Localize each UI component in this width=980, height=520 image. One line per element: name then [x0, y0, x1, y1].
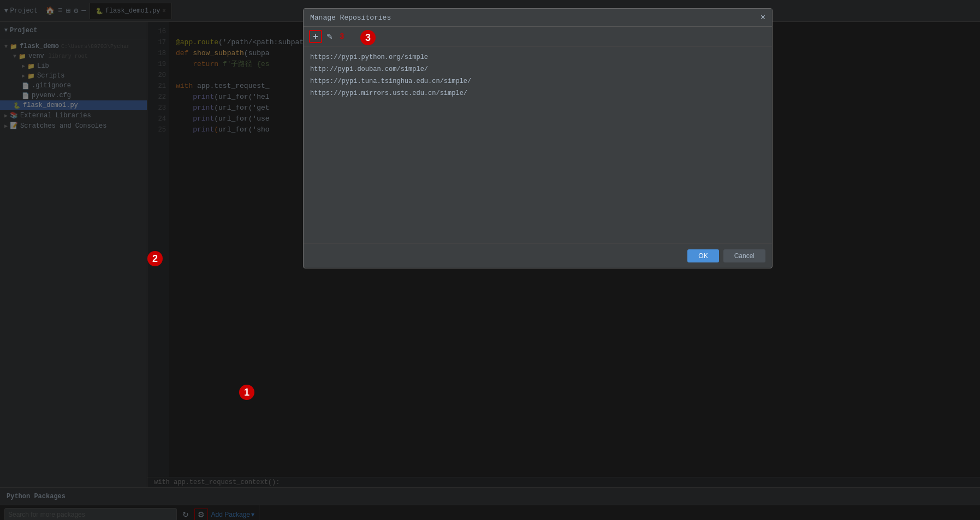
modal-title: Manage Repositories: [310, 14, 391, 22]
repo-item-2[interactable]: http://pypi.douban.com/simple/: [304, 63, 772, 75]
modal-ok-button[interactable]: OK: [687, 249, 718, 262]
repo-item-1[interactable]: https://pypi.python.org/simple: [304, 51, 772, 63]
modal-add-button[interactable]: +: [309, 30, 322, 43]
modal-cancel-button[interactable]: Cancel: [723, 249, 765, 262]
repo-item-3[interactable]: https://pypi.tuna.tsinghua.edu.cn/simple…: [304, 75, 772, 87]
modal-badge: 3: [340, 32, 344, 41]
modal-footer: OK Cancel: [304, 243, 772, 268]
modal-close-button[interactable]: ×: [761, 13, 765, 22]
modal-content: https://pypi.python.org/simple http://py…: [304, 47, 772, 243]
manage-repositories-modal: Manage Repositories × + ✎ 3 https://pypi…: [303, 8, 773, 268]
badge-1: 1: [239, 385, 254, 400]
badge-2: 2: [147, 251, 163, 266]
badge-3: 3: [360, 30, 376, 45]
repo-item-4[interactable]: https://pypi.mirrors.ustc.edu.cn/simple/: [304, 87, 772, 99]
modal-edit-button[interactable]: ✎: [324, 31, 335, 42]
modal-header: Manage Repositories ×: [304, 9, 772, 27]
